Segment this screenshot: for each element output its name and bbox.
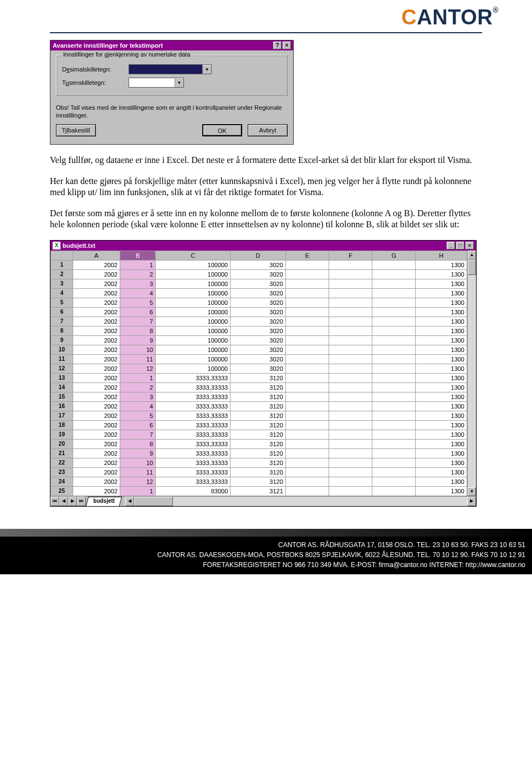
horizontal-scrollbar[interactable]: ◀ ▶ [125, 497, 476, 506]
cell[interactable]: 3120 [231, 411, 286, 420]
row-header[interactable]: 24 [51, 477, 73, 486]
cell[interactable] [329, 401, 372, 411]
cell[interactable]: 1300 [416, 364, 467, 373]
cell[interactable] [285, 420, 329, 430]
cell[interactable] [329, 335, 372, 345]
cell[interactable]: 3333,33333 [156, 448, 231, 458]
row-header[interactable]: 10 [51, 345, 73, 354]
cell[interactable]: 3120 [231, 420, 286, 430]
cell[interactable]: 2002 [73, 373, 120, 382]
row-header[interactable]: 22 [51, 458, 73, 467]
row-header[interactable]: 6 [51, 307, 73, 317]
cell[interactable]: 3120 [231, 401, 286, 411]
cell[interactable]: 1300 [416, 269, 467, 279]
cell[interactable] [285, 354, 329, 364]
cell[interactable]: 1 [120, 373, 156, 382]
cell[interactable] [329, 382, 372, 392]
cell[interactable]: 3333,33333 [156, 467, 231, 477]
cell[interactable]: 9 [120, 335, 156, 345]
row-header[interactable]: 14 [51, 382, 73, 392]
cell[interactable] [285, 288, 329, 298]
cell[interactable] [329, 439, 372, 448]
cell[interactable] [372, 354, 416, 364]
cell[interactable] [329, 269, 372, 279]
cell[interactable]: 2002 [73, 486, 120, 496]
row-header[interactable]: 11 [51, 354, 73, 364]
cell[interactable]: 1300 [416, 354, 467, 364]
last-sheet-icon[interactable]: ⏭ [77, 497, 86, 506]
cell[interactable]: 100000 [156, 317, 231, 326]
scroll-right-icon[interactable]: ▶ [467, 497, 476, 506]
cell[interactable]: 3020 [231, 345, 286, 354]
cell[interactable]: 100000 [156, 288, 231, 298]
row-header[interactable]: 2 [51, 269, 73, 279]
cell[interactable]: 2002 [73, 467, 120, 477]
cell[interactable]: 3333,33333 [156, 401, 231, 411]
cell[interactable] [329, 298, 372, 307]
cell[interactable]: 3333,33333 [156, 439, 231, 448]
cell[interactable] [329, 430, 372, 439]
cell[interactable] [329, 288, 372, 298]
cell[interactable]: 3020 [231, 307, 286, 317]
row-header[interactable]: 5 [51, 298, 73, 307]
cell[interactable] [285, 382, 329, 392]
thousand-separator-combo[interactable]: ▼ [129, 78, 184, 88]
row-header[interactable]: 23 [51, 467, 73, 477]
first-sheet-icon[interactable]: ⏮ [50, 497, 59, 506]
cell[interactable]: 2002 [73, 326, 120, 335]
chevron-down-icon[interactable]: ▼ [175, 78, 183, 87]
cell[interactable]: 2002 [73, 260, 120, 269]
cell[interactable] [372, 279, 416, 288]
cell[interactable]: 2002 [73, 458, 120, 467]
help-button[interactable]: ? [273, 42, 282, 49]
cell[interactable]: 100000 [156, 307, 231, 317]
cell[interactable] [329, 373, 372, 382]
cell[interactable] [372, 326, 416, 335]
cell[interactable] [285, 411, 329, 420]
row-header[interactable]: 1 [51, 260, 73, 269]
cell[interactable] [372, 382, 416, 392]
cell[interactable]: 2002 [73, 439, 120, 448]
cell[interactable]: 3333,33333 [156, 411, 231, 420]
cell[interactable]: 3120 [231, 430, 286, 439]
sheet-tab[interactable]: budsjett [86, 497, 122, 506]
cell[interactable]: 1300 [416, 279, 467, 288]
cell[interactable] [285, 307, 329, 317]
cell[interactable] [372, 467, 416, 477]
cell[interactable] [372, 345, 416, 354]
cell[interactable]: 3120 [231, 458, 286, 467]
cell[interactable]: 100000 [156, 298, 231, 307]
close-button[interactable]: × [283, 42, 291, 49]
cell[interactable]: 3020 [231, 269, 286, 279]
cell[interactable]: 3333,33333 [156, 420, 231, 430]
column-header-D[interactable]: D [231, 251, 286, 260]
cell[interactable] [329, 448, 372, 458]
cell[interactable] [329, 411, 372, 420]
cell[interactable]: 3020 [231, 298, 286, 307]
chevron-down-icon[interactable]: ▼ [202, 65, 211, 74]
cell[interactable]: 3333,33333 [156, 392, 231, 401]
minimize-button[interactable]: _ [447, 242, 455, 249]
cell[interactable]: 2002 [73, 401, 120, 411]
cell[interactable]: 2 [120, 382, 156, 392]
cell[interactable]: 1300 [416, 411, 467, 420]
close-button[interactable]: × [466, 242, 474, 249]
cell[interactable] [372, 401, 416, 411]
cell[interactable]: 2002 [73, 420, 120, 430]
cell[interactable]: 1300 [416, 430, 467, 439]
cell[interactable]: 7 [120, 430, 156, 439]
cell[interactable]: 3020 [231, 288, 286, 298]
cell[interactable] [285, 467, 329, 477]
cell[interactable]: 1 [120, 486, 156, 496]
cancel-button[interactable]: Avbryt [248, 124, 288, 136]
cell[interactable] [285, 269, 329, 279]
cell[interactable]: 100000 [156, 335, 231, 345]
row-header[interactable]: 9 [51, 335, 73, 345]
cell[interactable]: 2002 [73, 345, 120, 354]
cell[interactable]: 3120 [231, 477, 286, 486]
cell[interactable]: 8 [120, 439, 156, 448]
cell[interactable]: 1300 [416, 467, 467, 477]
cell[interactable]: 3120 [231, 467, 286, 477]
cell[interactable]: 3333,33333 [156, 373, 231, 382]
cell[interactable] [329, 486, 372, 496]
